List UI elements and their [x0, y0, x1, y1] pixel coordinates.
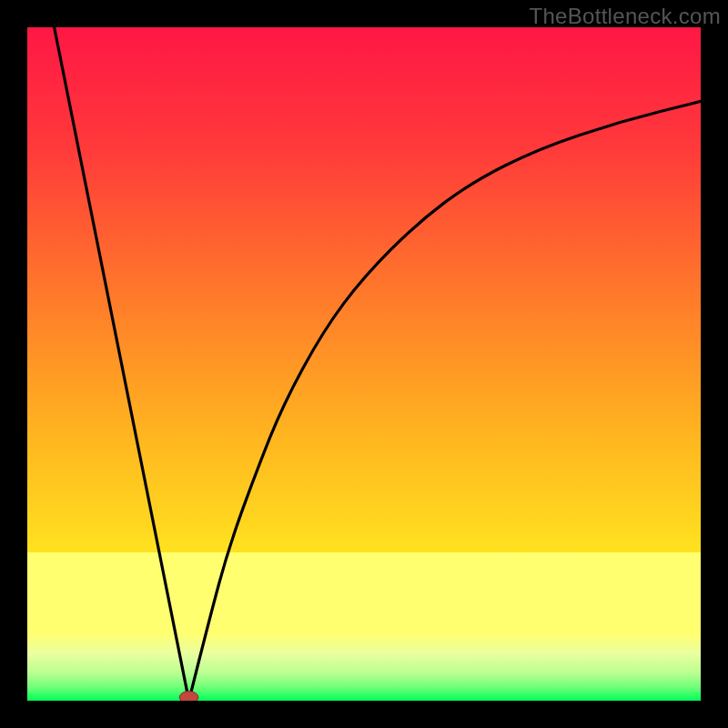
- minimum-marker: [179, 692, 198, 701]
- watermark-text: TheBottleneck.com: [529, 4, 721, 29]
- bottleneck-chart: [27, 27, 701, 701]
- chart-frame: TheBottleneck.com: [0, 0, 728, 728]
